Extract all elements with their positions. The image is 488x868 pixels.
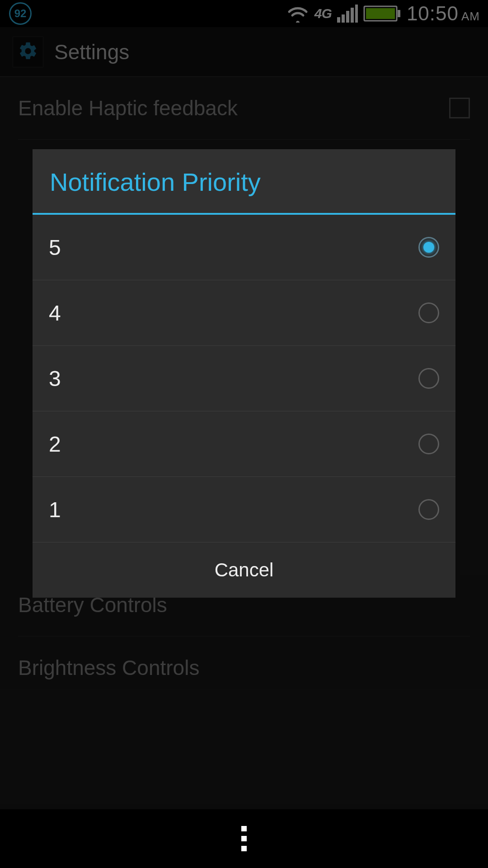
radio-unselected-icon[interactable] [418, 368, 439, 389]
navigation-bar [0, 809, 488, 868]
priority-option-1[interactable]: 1 [33, 477, 455, 542]
priority-option-2[interactable]: 2 [33, 411, 455, 477]
option-label: 2 [49, 432, 61, 457]
cancel-button[interactable]: Cancel [33, 542, 455, 598]
radio-selected-icon[interactable] [418, 237, 439, 258]
priority-option-5[interactable]: 5 [33, 215, 455, 280]
priority-option-3[interactable]: 3 [33, 346, 455, 411]
radio-unselected-icon[interactable] [418, 434, 439, 454]
overflow-menu-icon[interactable] [241, 826, 247, 851]
radio-unselected-icon[interactable] [418, 302, 439, 323]
option-label: 3 [49, 366, 61, 391]
option-label: 1 [49, 497, 61, 522]
option-label: 4 [49, 301, 61, 326]
notification-priority-dialog: Notification Priority 5 4 3 2 1 Cancel [33, 149, 455, 598]
radio-unselected-icon[interactable] [418, 499, 439, 520]
cancel-label: Cancel [215, 559, 274, 581]
priority-option-4[interactable]: 4 [33, 280, 455, 346]
dialog-title: Notification Priority [33, 149, 455, 215]
option-label: 5 [49, 235, 61, 260]
